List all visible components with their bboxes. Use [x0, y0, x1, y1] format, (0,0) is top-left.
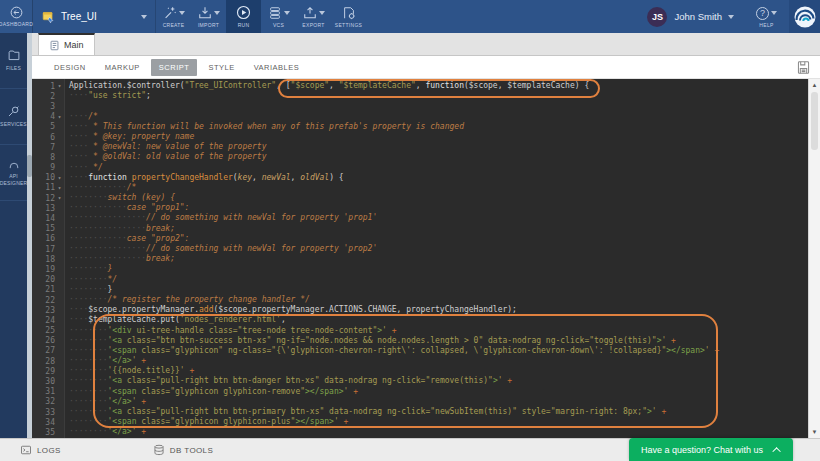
import-menu[interactable]: IMPORT: [191, 0, 226, 33]
code-line: ····$scope.propertyManager.add($scope.pr…: [69, 305, 808, 315]
scroll-up-icon[interactable]: ▲: [809, 80, 820, 90]
code-line: ········'</a>' +: [69, 397, 808, 407]
settings-menu-iconrow: [342, 5, 356, 20]
fold-marker-icon[interactable]: ▾: [55, 81, 64, 91]
chat-button[interactable]: Have a question? Chat with us: [629, 438, 793, 461]
line-number: 19: [45, 265, 55, 274]
sidebar-item-api-designer-label: API DESIGNER: [0, 173, 27, 187]
chevron-down-icon: [771, 11, 777, 15]
save-file-icon[interactable]: [796, 60, 811, 75]
user-name: John Smith: [674, 11, 722, 22]
settings-icon: [342, 6, 356, 20]
gutter-line: 31: [32, 387, 64, 397]
fold-marker-icon[interactable]: ▾: [55, 112, 64, 122]
run-icon: [236, 5, 251, 20]
line-number: 2: [50, 92, 55, 101]
subtab-style[interactable]: STYLE: [200, 59, 242, 76]
code-line: ···· * @newVal: new value of the propert…: [69, 142, 808, 152]
database-icon: [153, 444, 165, 456]
user-menu[interactable]: JS John Smith: [647, 7, 734, 27]
subtab-markup[interactable]: MARKUP: [97, 59, 148, 76]
line-number: 23: [45, 306, 55, 315]
code-line: ················break;: [69, 254, 808, 264]
run-menu[interactable]: RUN: [226, 0, 261, 33]
subtab-design[interactable]: DESIGN: [46, 59, 94, 76]
create-menu[interactable]: CREATE: [156, 0, 191, 33]
subtab-bar: DESIGNMARKUPSCRIPTSTYLEVARIABLES: [32, 56, 820, 79]
help-menu[interactable]: ? HELP: [756, 6, 777, 28]
db-tools-button[interactable]: DB TOOLS: [153, 444, 213, 456]
sidebar-item-services[interactable]: SERVICES: [0, 89, 27, 145]
wavemaker-logo[interactable]: [789, 0, 820, 33]
code-line: ···· */: [69, 163, 808, 173]
code-line: ···· * @oldVal: old value of the propert…: [69, 152, 808, 162]
subtab-variables[interactable]: VARIABLES: [246, 59, 308, 76]
scroll-down-icon[interactable]: ▼: [809, 427, 820, 437]
wand-icon: [163, 6, 177, 20]
line-number: 26: [45, 336, 55, 345]
code-line: ········'<a class="pull-right btn btn-pr…: [69, 407, 808, 417]
tab-main[interactable]: Main: [38, 33, 95, 55]
logs-button[interactable]: LOGS: [20, 444, 61, 456]
code-editor[interactable]: 1▾234▾5678910▾11▾12▾13141516171819202122…: [32, 79, 820, 438]
line-number: 17: [45, 245, 55, 254]
dashboard-button[interactable]: DASHBOARD: [0, 0, 33, 33]
dashboard-back-icon: [10, 6, 23, 19]
avatar: JS: [647, 7, 667, 27]
code-line: ····"use strict";: [69, 91, 808, 101]
chevron-down-icon: [284, 11, 290, 15]
line-number: 8: [50, 153, 55, 162]
code-line: ········*/: [69, 275, 808, 285]
gutter-line: 20: [32, 275, 64, 285]
editor-scrollbar[interactable]: ▲ ▼: [808, 79, 820, 438]
code-line: ···· * @key: property name: [69, 132, 808, 142]
chevron-down-icon: [319, 11, 325, 15]
settings-menu[interactable]: SETTINGS: [331, 0, 366, 33]
code-line: Application.$controller("Tree_UIControll…: [69, 81, 808, 91]
import-icon: [198, 6, 212, 20]
line-number: 34: [45, 418, 55, 427]
import-menu-iconrow: [198, 5, 220, 20]
gutter-line: 22: [32, 295, 64, 305]
gutter-line: 12▾: [32, 193, 64, 203]
fold-marker-icon[interactable]: ▾: [55, 173, 64, 183]
fold-marker-icon[interactable]: ▾: [55, 193, 64, 203]
vcs-icon: [268, 6, 282, 20]
code-line: ········/* register the property change …: [69, 295, 808, 305]
code-line: ········switch (key) {: [69, 193, 808, 203]
sidebar-item-api-designer[interactable]: API DESIGNER: [0, 145, 27, 201]
line-number: 18: [45, 255, 55, 264]
line-number-gutter: 1▾234▾5678910▾11▾12▾13141516171819202122…: [32, 79, 65, 438]
logs-label: LOGS: [37, 446, 61, 455]
line-number: 25: [45, 326, 55, 335]
sidebar-item-files[interactable]: FILES: [0, 33, 27, 89]
vcs-menu-label: VCS: [273, 22, 284, 28]
folder-icon: [7, 49, 21, 62]
gutter-line: 6: [32, 132, 64, 142]
gutter-line: 30: [32, 376, 64, 386]
help-icon: ?: [756, 7, 769, 20]
scrollbar-thumb[interactable]: [811, 92, 818, 150]
chevron-down-icon: [728, 15, 734, 19]
run-menu-iconrow: [236, 5, 251, 20]
code-line: ········'<span class="glyphicon" ng-clas…: [69, 346, 808, 356]
export-menu[interactable]: EXPORT: [296, 0, 331, 33]
vcs-menu[interactable]: VCS: [261, 0, 296, 33]
code-line: ········}: [69, 285, 808, 295]
line-number: 33: [45, 408, 55, 417]
fold-marker-icon[interactable]: ▾: [55, 183, 64, 193]
code-line: ················break;: [69, 224, 808, 234]
code-line: ············case "prop1":: [69, 203, 808, 213]
gutter-line: 33: [32, 407, 64, 417]
line-number: 32: [45, 397, 55, 406]
subtab-script[interactable]: SCRIPT: [151, 59, 198, 76]
code-line: ············/*: [69, 183, 808, 193]
gutter-line: 21: [32, 285, 64, 295]
project-selector[interactable]: Tree_UI: [33, 0, 155, 33]
gutter-line: 26: [32, 336, 64, 346]
gutter-line: 4▾: [32, 112, 64, 122]
gutter-line: 19: [32, 264, 64, 274]
code-line: ····/*: [69, 112, 808, 122]
code-lines[interactable]: Application.$controller("Tree_UIControll…: [65, 79, 808, 438]
code-line: ············case "prop2":: [69, 234, 808, 244]
